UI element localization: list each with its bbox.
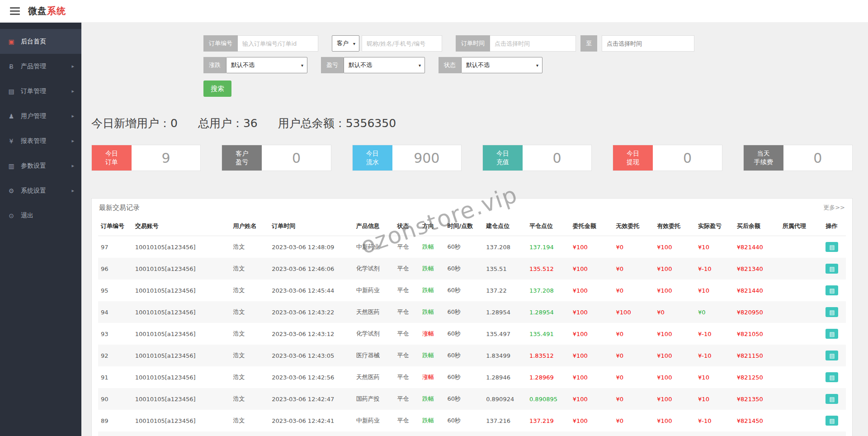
- direction: 跌幅: [420, 280, 444, 301]
- status: 平仓: [395, 366, 420, 388]
- sidebar-item-label: 系统设置: [21, 187, 46, 195]
- more-link[interactable]: 更多>>: [823, 204, 845, 212]
- close-point: 135.512: [527, 258, 570, 280]
- search-button[interactable]: 搜索: [203, 81, 231, 97]
- detail-button[interactable]: ▤: [826, 394, 838, 404]
- profit-select[interactable]: 默认不选 ▾: [344, 57, 425, 73]
- detail-button[interactable]: ▤: [826, 351, 838, 360]
- status-label: 状态: [439, 57, 461, 73]
- sidebar-item-system[interactable]: ⚙ 系统设置 ▸: [0, 178, 81, 203]
- detail-button[interactable]: ▤: [826, 372, 838, 382]
- detail-button[interactable]: ▤: [826, 285, 838, 295]
- detail-button[interactable]: ▤: [826, 416, 838, 426]
- menu-toggle-icon[interactable]: [10, 7, 20, 15]
- valid-entrust: ¥100: [654, 323, 695, 345]
- order-icon: ▤: [7, 88, 15, 95]
- agent: [780, 301, 823, 323]
- detail-button[interactable]: ▤: [826, 264, 838, 274]
- balance-after: ¥384900: [734, 431, 780, 436]
- profit-filter: 盈亏 默认不选 ▾: [321, 57, 425, 73]
- col-actions: 操作: [823, 217, 846, 236]
- customer-type-select[interactable]: 客户 ▾: [332, 35, 359, 52]
- user-name: 浩文: [230, 366, 269, 388]
- direction: 涨幅: [420, 366, 444, 388]
- invalid-entrust: ¥0: [613, 323, 655, 345]
- actions-cell: ▤: [823, 236, 846, 258]
- close-point: 1.83512: [527, 345, 570, 366]
- sidebar-item-dashboard[interactable]: ▣ 后台首页 ▸: [0, 29, 81, 54]
- time-start-input[interactable]: [490, 35, 576, 52]
- panel-title: 最新交易记录: [99, 204, 140, 212]
- col-valid-entrust: 有效委托: [654, 217, 695, 236]
- entrust-amount: ¥100: [570, 388, 613, 410]
- duration: 60秒: [444, 410, 483, 431]
- detail-button[interactable]: ▤: [826, 329, 838, 339]
- order-time: 2023-03-06 12:43:05: [269, 345, 354, 366]
- table-header-row: 订单编号交易账号用户姓名订单时间产品信息状态方向时间/点数建仓点位平仓点位委托金…: [98, 217, 846, 236]
- actual-pl: ¥-10: [695, 410, 734, 431]
- open-point: 1.83499: [483, 345, 527, 366]
- close-point: 1.28954: [527, 301, 570, 323]
- col-invalid-entrust: 无效委托: [613, 217, 655, 236]
- balance-after: ¥821350: [734, 388, 780, 410]
- sidebar-item-products[interactable]: Ƀ 产品管理 ▸: [0, 54, 81, 79]
- sidebar-item-params[interactable]: ▥ 参数设置 ▸: [0, 153, 81, 178]
- close-point: 137.214: [527, 431, 570, 436]
- open-point: 137.208: [483, 236, 527, 258]
- time-end-input[interactable]: [602, 35, 694, 52]
- actions-cell: ▤: [823, 431, 846, 436]
- actual-pl: ¥10: [695, 366, 734, 388]
- params-icon: ▥: [7, 162, 15, 170]
- customer-search-input[interactable]: [362, 35, 442, 52]
- updown-select[interactable]: 默认不选 ▾: [226, 57, 307, 73]
- sidebar-item-logout[interactable]: ⊙ 退出 ▸: [0, 203, 81, 228]
- summary-item: 总用户：36: [198, 116, 258, 131]
- agent: [780, 345, 823, 366]
- product: 中新药业: [354, 410, 395, 431]
- agent: [780, 366, 823, 388]
- trades-panel: 最新交易记录 更多>> 订单编号交易账号用户姓名订单时间产品信息状态方向时间/点…: [91, 198, 853, 436]
- stat-card-value: 900: [392, 145, 461, 171]
- status: 平仓: [395, 410, 420, 431]
- panel-head: 最新交易记录 更多>>: [92, 199, 852, 217]
- sidebar-item-users[interactable]: ♟ 用户管理 ▸: [0, 104, 81, 128]
- direction: 跌幅: [420, 258, 444, 280]
- col-actual-pl: 实际盈亏: [695, 217, 734, 236]
- filter-form: 订单编号 客户 ▾ 订单时间 至: [203, 35, 853, 73]
- order-time: 2023-03-06 12:42:41: [269, 410, 354, 431]
- order-id: 90: [98, 388, 132, 410]
- order-time: 2023-03-06 12:42:47: [269, 388, 354, 410]
- close-point: 137.208: [527, 280, 570, 301]
- dashboard-icon: ▣: [7, 38, 15, 45]
- duration: 60秒: [444, 301, 483, 323]
- status-select[interactable]: 默认不选 ▾: [461, 57, 542, 73]
- order-no-input[interactable]: [238, 35, 318, 52]
- col-close-point: 平仓点位: [527, 217, 570, 236]
- user-name: 浩文: [230, 301, 269, 323]
- user-icon: ♟: [7, 113, 15, 120]
- actual-pl: ¥1000: [695, 431, 734, 436]
- sidebar-item-reports[interactable]: ¥ 报表管理 ▸: [0, 128, 81, 153]
- user-name: 浩文: [230, 258, 269, 280]
- product: 天然医药: [354, 366, 395, 388]
- agent: [780, 388, 823, 410]
- stat-card-value: 9: [132, 145, 200, 171]
- order-no-filter: 订单编号: [203, 35, 318, 52]
- sidebar-item-orders[interactable]: ▤ 订单管理 ▸: [0, 79, 81, 104]
- customer-filter: 客户 ▾: [332, 35, 442, 52]
- user-name: 浩文: [230, 280, 269, 301]
- duration: 60秒: [444, 323, 483, 345]
- sidebar-item-label: 订单管理: [21, 87, 46, 95]
- status-filter: 状态 默认不选 ▾: [439, 57, 542, 73]
- detail-button[interactable]: ▤: [826, 242, 838, 252]
- actions-cell: ▤: [823, 388, 846, 410]
- chevron-right-icon: ▸: [71, 88, 74, 94]
- entrust-amount: ¥100: [570, 323, 613, 345]
- detail-button[interactable]: ▤: [826, 307, 838, 317]
- stat-card-title: 今日 订单: [92, 145, 132, 171]
- sidebar-item-label: 后台首页: [21, 38, 46, 46]
- chevron-down-icon: ▾: [536, 63, 538, 68]
- actual-pl: ¥10: [695, 280, 734, 301]
- order-time: 2023-03-05 21:45:27: [269, 431, 354, 436]
- user-name: 浩文: [230, 388, 269, 410]
